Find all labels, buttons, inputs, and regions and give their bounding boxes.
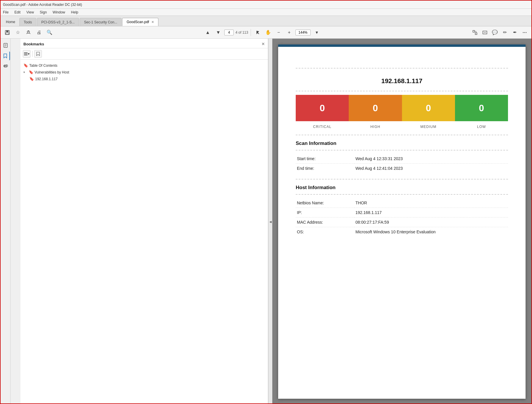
page-input[interactable]: 4 bbox=[224, 30, 234, 35]
sign-button[interactable]: ✒ bbox=[510, 28, 519, 37]
host-os-row: OS: Microsoft Windows 10 Enterprise Eval… bbox=[296, 227, 508, 237]
bookmark-vuln-by-host[interactable]: ▾ 🔖 Vulnerabilities by Host bbox=[22, 69, 267, 76]
host-ip-row: IP: 192.168.1.117 bbox=[296, 208, 508, 218]
svg-point-9 bbox=[523, 32, 524, 33]
scroll-down-button[interactable]: ▼ bbox=[214, 28, 223, 37]
scan-end-row: End time: Wed Aug 4 12:41:04 2023 bbox=[296, 164, 508, 173]
comment-button[interactable]: 💬 bbox=[490, 28, 499, 37]
bookmark-host-icon: 🔖 bbox=[29, 77, 34, 81]
host-info-top-sep bbox=[296, 179, 508, 179]
scan-start-key: Start time: bbox=[296, 154, 354, 164]
svg-marker-16 bbox=[4, 54, 7, 58]
upload-button[interactable] bbox=[24, 28, 33, 37]
sidebar-collapse-handle[interactable]: ◀ bbox=[268, 39, 272, 404]
svg-rect-19 bbox=[24, 55, 28, 55]
zoom-input[interactable]: 144% bbox=[295, 30, 311, 35]
save-button[interactable] bbox=[3, 28, 12, 37]
scan-start-value: Wed Aug 4 12:33:31 2023 bbox=[354, 154, 508, 164]
bookmarks-title: Bookmarks bbox=[23, 42, 44, 46]
tab-sec1[interactable]: Sec-1 Security Con... bbox=[80, 18, 122, 26]
menu-view[interactable]: View bbox=[25, 10, 35, 15]
tab-home[interactable]: Home bbox=[2, 18, 19, 26]
toolbar: ☆ 🖨 🔍 ▲ ▼ 4 4 of 113 ✋ − + 144% ▾ 💬 ✏ bbox=[1, 26, 531, 39]
tab-bar: Home Tools PCI-DSS-v3_2_1-S... Sec-1 Sec… bbox=[1, 16, 531, 26]
host-mac-key: MAC Address: bbox=[296, 218, 354, 227]
score-labels: CRITICAL HIGH MEDIUM LOW bbox=[296, 124, 508, 129]
scan-end-value: Wed Aug 4 12:41:04 2023 bbox=[354, 164, 508, 173]
fit-width-button[interactable] bbox=[480, 28, 489, 37]
tab-close-icon[interactable]: ✕ bbox=[151, 20, 154, 24]
nav-controls: ▲ ▼ 4 4 of 113 ✋ − + 144% ▾ bbox=[203, 28, 321, 37]
label-high: HIGH bbox=[349, 124, 402, 129]
scroll-up-button[interactable]: ▲ bbox=[203, 28, 212, 37]
fit-page-button[interactable] bbox=[471, 28, 479, 37]
sidebar-panel: Bookmarks ✕ ▾ 🔖 Table Of Contents ▾ 🔖 Vu… bbox=[20, 39, 268, 404]
bookmark-add-button[interactable]: ☆ bbox=[13, 28, 22, 37]
svg-rect-2 bbox=[6, 33, 9, 34]
bookmark-expand-icon[interactable]: ▾ bbox=[23, 71, 28, 74]
scan-end-key: End time: bbox=[296, 164, 354, 173]
bookmark-toc-label: Table Of Contents bbox=[29, 64, 57, 68]
host-netbios-row: Netbios Name: THOR bbox=[296, 198, 508, 208]
score-low: 0 bbox=[455, 95, 508, 121]
right-tools: 💬 ✏ ✒ bbox=[471, 28, 529, 37]
tab-pci[interactable]: PCI-DSS-v3_2_1-S... bbox=[37, 18, 79, 26]
menu-help[interactable]: Help bbox=[70, 10, 80, 15]
label-low: LOW bbox=[455, 124, 508, 129]
svg-marker-20 bbox=[37, 52, 40, 56]
more-tools-button[interactable] bbox=[520, 28, 529, 37]
scan-info-table: Start time: Wed Aug 4 12:33:31 2023 End … bbox=[296, 154, 508, 173]
select-tool-button[interactable] bbox=[253, 28, 262, 37]
bookmark-list-view-button[interactable]: ▾ bbox=[23, 50, 30, 58]
bookmark-host-ip[interactable]: 🔖 192.168.1.117 bbox=[28, 76, 267, 82]
scan-start-row: Start time: Wed Aug 4 12:33:31 2023 bbox=[296, 154, 508, 164]
score-critical: 0 bbox=[296, 95, 349, 121]
bookmark-toc[interactable]: 🔖 Table Of Contents bbox=[22, 62, 267, 69]
top-separator bbox=[296, 68, 508, 69]
menu-window[interactable]: Window bbox=[52, 10, 66, 15]
host-ip-value: 192.168.1.117 bbox=[354, 208, 508, 218]
host-ip-key: IP: bbox=[296, 208, 354, 218]
menu-edit[interactable]: Edit bbox=[13, 10, 22, 15]
svg-rect-1 bbox=[6, 30, 8, 32]
bookmark-vuln-icon: 🔖 bbox=[29, 70, 33, 74]
tab-goodscan[interactable]: GoodScan.pdf ✕ bbox=[122, 18, 158, 26]
menu-file[interactable]: File bbox=[2, 10, 10, 15]
print-button[interactable]: 🖨 bbox=[35, 28, 43, 37]
main-layout: Bookmarks ✕ ▾ 🔖 Table Of Contents ▾ 🔖 Vu… bbox=[1, 39, 531, 404]
host-info-heading: Host Information bbox=[296, 185, 508, 191]
svg-point-10 bbox=[524, 32, 525, 33]
label-critical: CRITICAL bbox=[296, 124, 349, 129]
zoom-in-button[interactable]: + bbox=[285, 28, 294, 37]
attachments-panel-icon[interactable] bbox=[1, 62, 10, 71]
score-bar: 0 0 0 0 bbox=[296, 95, 508, 121]
bookmark-toc-icon: 🔖 bbox=[23, 63, 28, 68]
pdf-viewer[interactable]: 192.168.1.117 0 0 0 0 CRITICAL HIGH MEDI… bbox=[272, 39, 531, 404]
menu-bar: File Edit View Sign Window Help bbox=[1, 9, 531, 16]
bookmark-tree: 🔖 Table Of Contents ▾ 🔖 Vulnerabilities … bbox=[20, 60, 268, 85]
bookmark-new-button[interactable] bbox=[34, 50, 42, 58]
search-button[interactable]: 🔍 bbox=[45, 28, 54, 37]
svg-rect-6 bbox=[475, 33, 477, 35]
sidebar-close-button[interactable]: ✕ bbox=[261, 42, 265, 46]
annotate-button[interactable]: ✏ bbox=[500, 28, 509, 37]
svg-marker-4 bbox=[256, 31, 259, 34]
bookmarks-panel-icon[interactable] bbox=[1, 52, 10, 60]
score-medium: 0 bbox=[402, 95, 455, 121]
pages-panel-icon[interactable] bbox=[1, 41, 10, 50]
host-mac-row: MAC Address: 08:00:27:17:FA:59 bbox=[296, 218, 508, 227]
scan-info-heading: Scan Information bbox=[296, 141, 508, 146]
title-separator bbox=[296, 91, 508, 91]
label-medium: MEDIUM bbox=[402, 124, 455, 129]
menu-sign[interactable]: Sign bbox=[39, 10, 48, 15]
sidebar-toolbar: ▾ bbox=[20, 48, 268, 60]
tab-tools[interactable]: Tools bbox=[19, 18, 36, 26]
zoom-dropdown-button[interactable]: ▾ bbox=[312, 28, 321, 37]
score-high: 0 bbox=[349, 95, 402, 121]
window-title: GoodScan.pdf - Adobe Acrobat Reader DC (… bbox=[3, 3, 82, 7]
svg-point-11 bbox=[526, 32, 527, 33]
svg-rect-5 bbox=[473, 30, 475, 32]
zoom-out-button[interactable]: − bbox=[274, 28, 283, 37]
hand-tool-button[interactable]: ✋ bbox=[264, 28, 273, 37]
host-os-key: OS: bbox=[296, 227, 354, 237]
